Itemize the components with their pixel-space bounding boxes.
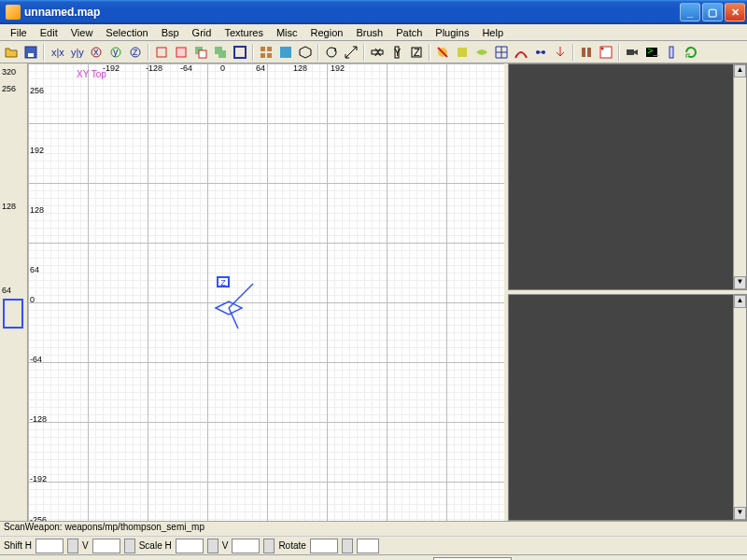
rotate-z-icon[interactable]: z bbox=[126, 43, 145, 62]
save-icon[interactable] bbox=[21, 43, 40, 62]
scale-h-spinner[interactable] bbox=[207, 539, 218, 553]
menu-selection[interactable]: Selection bbox=[99, 26, 154, 39]
scale-z-icon[interactable]: Z bbox=[407, 43, 426, 62]
toggle-console-icon[interactable]: >_ bbox=[642, 43, 661, 62]
free-scale-icon[interactable] bbox=[342, 43, 360, 62]
scrollbar[interactable]: ▲▼ bbox=[733, 295, 746, 520]
menu-misc[interactable]: Misc bbox=[270, 26, 304, 39]
x-tick: 192 bbox=[331, 63, 345, 73]
toggle-camera-icon[interactable] bbox=[623, 43, 641, 62]
rotate-x-icon[interactable]: x bbox=[87, 43, 106, 62]
weld-icon[interactable] bbox=[531, 43, 550, 62]
xy-view[interactable]: XY Top -192 -128 -64 0 64 128 192 256 19… bbox=[28, 63, 504, 521]
y-tick: -64 bbox=[30, 355, 42, 364]
menu-grid[interactable]: Grid bbox=[186, 26, 218, 39]
show-models-icon[interactable] bbox=[577, 43, 596, 62]
csg-merge-icon[interactable] bbox=[211, 43, 230, 62]
svg-rect-42 bbox=[669, 47, 673, 58]
svg-rect-1 bbox=[28, 53, 34, 57]
svg-text:y: y bbox=[113, 46, 119, 57]
csg-subtract-icon[interactable] bbox=[191, 43, 210, 62]
svg-rect-10 bbox=[157, 48, 166, 57]
z-tick: 256 bbox=[2, 84, 16, 93]
status-mapname: unnamed.map bbox=[433, 557, 512, 561]
z-camera-marker bbox=[3, 299, 23, 329]
texture-view[interactable]: ▲▼ bbox=[508, 294, 747, 521]
menu-brush[interactable]: Brush bbox=[349, 26, 389, 39]
x-tick: 64 bbox=[256, 63, 265, 73]
rotate-input[interactable] bbox=[310, 539, 338, 553]
svg-rect-35 bbox=[582, 48, 585, 57]
refresh-icon[interactable] bbox=[682, 43, 700, 62]
scroll-down-icon[interactable]: ▼ bbox=[734, 276, 746, 289]
status-bar: x:: 192.0 y:: -296.0 z:: 0.0 Brushes: 0 … bbox=[0, 554, 747, 560]
dont-select-model-icon[interactable] bbox=[433, 43, 452, 62]
x-tick: -192 bbox=[103, 63, 120, 73]
rotate-y-icon[interactable]: y bbox=[106, 43, 125, 62]
scale-h-label: Scale H bbox=[139, 540, 172, 551]
y-tick: -256 bbox=[30, 515, 47, 521]
flip-y-icon[interactable]: y|y bbox=[67, 43, 86, 62]
view-change-icon[interactable] bbox=[257, 43, 275, 62]
maximize-button[interactable]: ▢ bbox=[702, 3, 723, 21]
svg-point-38 bbox=[601, 47, 604, 49]
shift-h-label: Shift H bbox=[4, 540, 32, 551]
menu-region[interactable]: Region bbox=[304, 26, 350, 39]
workarea: 320 256 128 64 XY Top -192 -128 -64 0 64… bbox=[0, 63, 747, 521]
shift-h-spinner[interactable] bbox=[67, 539, 78, 553]
free-rotate-icon[interactable] bbox=[322, 43, 341, 62]
svg-text:Z: Z bbox=[414, 47, 420, 58]
close-button[interactable]: ✕ bbox=[725, 3, 745, 21]
texture-view-icon[interactable] bbox=[276, 43, 295, 62]
menu-view[interactable]: View bbox=[64, 26, 100, 39]
cubic-clip-icon[interactable] bbox=[296, 43, 315, 62]
clipper-icon[interactable] bbox=[597, 43, 615, 62]
svg-text:x: x bbox=[93, 46, 99, 57]
shift-v-spinner[interactable] bbox=[124, 539, 135, 553]
menu-bsp[interactable]: Bsp bbox=[155, 26, 186, 39]
open-icon[interactable] bbox=[2, 43, 21, 62]
svg-text:z: z bbox=[133, 46, 138, 57]
scale-x-icon[interactable]: X bbox=[368, 43, 387, 62]
scale-v-spinner[interactable] bbox=[263, 539, 275, 553]
menu-file[interactable]: File bbox=[4, 26, 34, 39]
menu-plugins[interactable]: Plugins bbox=[429, 26, 475, 39]
scroll-up-icon[interactable]: ▲ bbox=[734, 64, 746, 77]
transform-bar: Shift H V Scale H V Rotate bbox=[0, 536, 747, 554]
z-view[interactable]: 320 256 128 64 bbox=[0, 63, 28, 521]
menu-edit[interactable]: Edit bbox=[34, 26, 64, 39]
right-panes: ▲▼ ▲▼ bbox=[504, 63, 747, 521]
hollow-icon[interactable] bbox=[231, 43, 249, 62]
patch-bend-icon[interactable] bbox=[512, 43, 530, 62]
scroll-up-icon[interactable]: ▲ bbox=[734, 295, 746, 308]
svg-text:x|x: x|x bbox=[51, 47, 64, 58]
scrollbar[interactable]: ▲▼ bbox=[733, 64, 746, 289]
scale-v-input[interactable] bbox=[232, 539, 260, 553]
app-icon bbox=[6, 5, 21, 20]
menu-textures[interactable]: Textures bbox=[218, 26, 270, 39]
scale-y-icon[interactable]: Y bbox=[388, 43, 406, 62]
svg-rect-19 bbox=[261, 53, 265, 58]
camera-view[interactable]: ▲▼ bbox=[508, 63, 747, 290]
shift-h-input[interactable] bbox=[35, 539, 63, 553]
svg-rect-15 bbox=[218, 50, 226, 58]
scroll-down-icon[interactable]: ▼ bbox=[734, 507, 746, 520]
scale-h-input[interactable] bbox=[176, 539, 204, 553]
show-entities-icon[interactable] bbox=[453, 43, 472, 62]
wireframe-icon[interactable] bbox=[492, 43, 511, 62]
extra-input[interactable] bbox=[357, 539, 379, 553]
shift-v-input[interactable] bbox=[92, 539, 120, 553]
drill-down-icon[interactable] bbox=[551, 43, 570, 62]
y-tick: -192 bbox=[30, 474, 47, 483]
menu-patch[interactable]: Patch bbox=[389, 26, 429, 39]
menu-help[interactable]: Help bbox=[475, 26, 510, 39]
rotate-label: Rotate bbox=[278, 540, 305, 551]
minimize-button[interactable]: _ bbox=[680, 3, 700, 21]
svg-rect-36 bbox=[587, 48, 591, 57]
select-inside-icon[interactable] bbox=[172, 43, 190, 62]
rotate-spinner[interactable] bbox=[342, 539, 353, 553]
show-patches-icon[interactable] bbox=[472, 43, 491, 62]
select-touching-icon[interactable] bbox=[152, 43, 171, 62]
toggle-z-icon[interactable] bbox=[662, 43, 681, 62]
flip-x-icon[interactable]: x|x bbox=[48, 43, 66, 62]
